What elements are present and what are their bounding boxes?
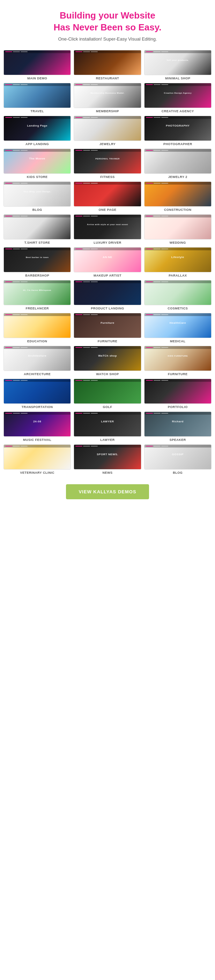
demo-item-gossip-blog[interactable]: GOSSIPBLOG <box>144 444 212 474</box>
demo-item-news[interactable]: SPORT NEWS.NEWS <box>74 444 141 474</box>
demo-item-portfolio[interactable]: PORTFOLIO <box>144 379 212 409</box>
demo-label-cosmetics: COSMETICS <box>168 307 188 310</box>
demo-label-wedding: WEDDING <box>170 241 186 244</box>
demo-label-golf: GOLF <box>103 405 112 409</box>
demo-item-tshirt-store[interactable]: T.SHIRT STORE <box>3 214 71 244</box>
demo-item-app-landing[interactable]: Landing PageAPP LANDING <box>3 116 71 146</box>
demo-item-speaker[interactable]: RichardSPEAKER <box>144 412 212 442</box>
demo-item-transportation[interactable]: TRANSPORTATION <box>3 379 71 409</box>
demo-item-golf[interactable]: GOLF <box>74 379 141 409</box>
demo-label-furniture: FURNITURE <box>98 339 118 343</box>
demo-label-gossip-blog: BLOG <box>173 471 183 474</box>
demo-label-jewelry-2: JEWELRY 2 <box>168 175 187 179</box>
header-title: Building your Website Has Never Been so … <box>7 10 208 33</box>
demo-label-kids-store: KIDS STORE <box>27 175 48 179</box>
demo-label-construction: CONSTRUCTION <box>164 208 191 212</box>
demo-label-lawyer: LAWYER <box>100 438 115 442</box>
demo-item-restaurant[interactable]: RESTAURANT <box>74 50 141 80</box>
demo-item-furniture[interactable]: FurnitureFURNITURE <box>74 313 141 343</box>
demo-item-construction[interactable]: CONSTRUCTION <box>144 181 212 212</box>
demo-label-tshirt-store: T.SHIRT STORE <box>24 241 50 244</box>
demo-item-jewelry[interactable]: JEWELRY <box>74 116 141 146</box>
demo-label-one-page: ONE PAGE <box>99 208 117 212</box>
demo-item-cosmetics[interactable]: COSMETICS <box>144 280 212 310</box>
demo-item-blog[interactable]: Your Blog. your Design.BLOG <box>3 181 71 212</box>
demo-label-app-landing: APP LANDING <box>25 142 49 146</box>
demo-label-portfolio: PORTFOLIO <box>168 405 188 409</box>
demo-label-product-landing: PRODUCT LANDING <box>91 307 124 310</box>
demo-item-jewelry-2[interactable]: JEWELRY 2 <box>144 149 212 179</box>
demo-item-barbershop[interactable]: Best barber in townBARBERSHOP <box>3 247 71 277</box>
demo-label-education: EDUCATION <box>27 339 47 343</box>
demo-label-transportation: TRANSPORTATION <box>22 405 53 409</box>
demo-label-luxury-driver: LUXURY DRIVER <box>93 241 122 244</box>
demo-item-watch-shop[interactable]: WaTCh shopWATCH SHOP <box>74 346 141 376</box>
demo-label-photographer: PHOTOGRAPHER <box>163 142 192 146</box>
header-subtitle: One-Click installation! Super-Easy Visua… <box>7 37 208 41</box>
demo-label-restaurant: RESTAURANT <box>96 76 119 80</box>
demo-item-photographer[interactable]: PHOTOGRAPHYPHOTOGRAPHER <box>144 116 212 146</box>
cta-section: VIEW KALLYAS DEMOS <box>0 477 215 509</box>
demo-item-freelancer[interactable]: Hi, I'm Aaron WhitspoonFREELANCER <box>3 280 71 310</box>
demos-grid: MAIN DEMORESTAURANTSell your products.MI… <box>0 47 215 477</box>
demo-item-kids-store[interactable]: The MooveKIDS STORE <box>3 149 71 179</box>
header: Building your Website Has Never Been so … <box>0 0 215 47</box>
demo-label-creative-agency: CREATIVE AGENCY <box>161 110 194 113</box>
demo-item-veterinary-clinic[interactable]: VETERINARY CLINIC <box>3 444 71 474</box>
demo-item-furniture-2[interactable]: KIDS FURNITUREFURNITURE <box>144 346 212 376</box>
demo-label-makeup-artist: MAKEUP ARTIST <box>93 274 122 277</box>
demo-label-main-demo: MAIN DEMO <box>27 76 47 80</box>
demo-label-jewelry: JEWELRY <box>100 142 116 146</box>
demo-item-makeup-artist[interactable]: AN·NEMAKEUP ARTIST <box>74 247 141 277</box>
demo-item-membership[interactable]: Membership Business Model.MEMBERSHIP <box>74 83 141 113</box>
demo-label-barbershop: BARBERSHOP <box>25 274 49 277</box>
demo-item-fitness[interactable]: PERSONAL TRAINERFITNESS <box>74 149 141 179</box>
demo-label-travel: TRAVEL <box>30 110 44 113</box>
demo-item-one-page[interactable]: ONE PAGE <box>74 181 141 212</box>
demo-item-minimal-shop[interactable]: Sell your products.MINIMAL SHOP <box>144 50 212 80</box>
demo-label-blog: BLOG <box>32 208 42 212</box>
demo-item-architecture[interactable]: ArchitectureARCHITECTURE <box>3 346 71 376</box>
demo-item-music-festival[interactable]: 24-08MUSIC FESTIVAL <box>3 412 71 442</box>
demo-label-music-festival: MUSIC FESTIVAL <box>23 438 51 442</box>
demo-label-architecture: ARCHITECTURE <box>24 372 51 376</box>
demo-item-product-landing[interactable]: PRODUCT LANDING <box>74 280 141 310</box>
demo-label-membership: MEMBERSHIP <box>96 110 119 113</box>
demo-item-luxury-driver[interactable]: Arrive with style at your next eventLUXU… <box>74 214 141 244</box>
view-demos-button[interactable]: VIEW KALLYAS DEMOS <box>66 484 149 499</box>
demo-label-furniture-2: FURNITURE <box>168 372 188 376</box>
demo-label-medical: MEDICAL <box>170 339 186 343</box>
demo-label-news: NEWS <box>102 471 112 474</box>
demo-item-creative-agency[interactable]: Creative Design AgencyCREATIVE AGENCY <box>144 83 212 113</box>
demo-label-veterinary-clinic: VETERINARY CLINIC <box>20 471 54 474</box>
demo-label-parallax: PARALLAX <box>169 274 187 277</box>
demo-label-fitness: FITNESS <box>100 175 115 179</box>
demo-item-wedding[interactable]: WEDDING <box>144 214 212 244</box>
demo-item-lawyer[interactable]: LAWYERLAWYER <box>74 412 141 442</box>
demo-item-education[interactable]: EDUCATION <box>3 313 71 343</box>
demo-label-minimal-shop: MINIMAL SHOP <box>165 76 190 80</box>
demo-item-parallax[interactable]: LifestylePARALLAX <box>144 247 212 277</box>
demo-label-freelancer: FREELANCER <box>25 307 49 310</box>
demo-item-travel[interactable]: TRAVEL <box>3 83 71 113</box>
demo-item-main-demo[interactable]: MAIN DEMO <box>3 50 71 80</box>
demo-label-speaker: SPEAKER <box>170 438 186 442</box>
demo-label-watch-shop: WATCH SHOP <box>96 372 119 376</box>
demo-item-medical[interactable]: HealthCareMEDICAL <box>144 313 212 343</box>
